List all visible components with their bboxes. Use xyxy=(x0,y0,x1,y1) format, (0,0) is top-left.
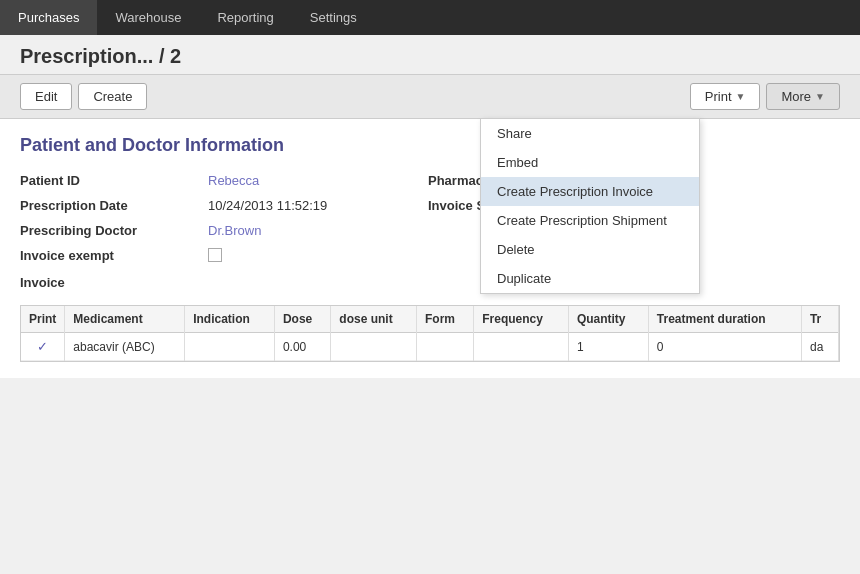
col-medicament: Medicament xyxy=(65,306,185,333)
col-indication: Indication xyxy=(185,306,275,333)
col-form: Form xyxy=(417,306,474,333)
patient-id-value[interactable]: Rebecca xyxy=(200,170,420,191)
dropdown-item-share[interactable]: Share xyxy=(481,119,699,148)
col-quantity: Quantity xyxy=(568,306,648,333)
row-print-check-icon: ✓ xyxy=(37,339,48,354)
row-dose-cell: 0.00 xyxy=(274,333,330,361)
dropdown-item-create-invoice[interactable]: Create Prescription Invoice xyxy=(481,177,699,206)
invoice-label: Invoice xyxy=(20,272,200,293)
col-print: Print xyxy=(21,306,65,333)
more-label: More xyxy=(781,89,811,104)
row-print-cell: ✓ xyxy=(21,333,65,361)
col-dose: Dose xyxy=(274,306,330,333)
prescribing-doctor-label: Prescribing Doctor xyxy=(20,220,200,241)
prescription-date-value: 10/24/2013 11:52:19 xyxy=(200,195,420,216)
main-content: Patient and Doctor Information Patient I… xyxy=(0,119,860,378)
row-medicament-cell: abacavir (ABC) xyxy=(65,333,185,361)
prescription-date-label: Prescription Date xyxy=(20,195,200,216)
dropdown-item-create-shipment[interactable]: Create Prescription Shipment xyxy=(481,206,699,235)
more-dropdown-menu: Share Embed Create Prescription Invoice … xyxy=(480,118,700,294)
medications-table: Print Medicament Indication Dose dose un… xyxy=(21,306,839,361)
medications-table-section: Print Medicament Indication Dose dose un… xyxy=(20,305,840,362)
col-dose-unit: dose unit xyxy=(331,306,417,333)
toolbar: Edit Create Print ▼ More ▼ Share Embed C… xyxy=(0,74,860,119)
row-dose-unit-cell xyxy=(331,333,417,361)
nav-settings[interactable]: Settings xyxy=(292,0,375,35)
col-tr: Tr xyxy=(801,306,838,333)
prescribing-doctor-value[interactable]: Dr.Brown xyxy=(200,220,420,241)
nav-reporting[interactable]: Reporting xyxy=(199,0,291,35)
breadcrumb: Prescription... / 2 xyxy=(20,45,181,68)
invoice-exempt-value xyxy=(200,245,420,268)
breadcrumb-bar: Prescription... / 2 xyxy=(0,35,860,74)
more-button[interactable]: More ▼ xyxy=(766,83,840,110)
invoice-value xyxy=(200,272,420,293)
row-form-cell xyxy=(417,333,474,361)
row-frequency-cell xyxy=(474,333,569,361)
row-treatment-duration-cell: 0 xyxy=(648,333,801,361)
print-button[interactable]: Print ▼ xyxy=(690,83,761,110)
dropdown-item-duplicate[interactable]: Duplicate xyxy=(481,264,699,293)
edit-button[interactable]: Edit xyxy=(20,83,72,110)
dropdown-item-delete[interactable]: Delete xyxy=(481,235,699,264)
invoice-exempt-checkbox[interactable] xyxy=(208,248,222,262)
table-header-row: Print Medicament Indication Dose dose un… xyxy=(21,306,839,333)
row-quantity-cell: 1 xyxy=(568,333,648,361)
row-indication-cell xyxy=(185,333,275,361)
nav-purchases[interactable]: Purchases xyxy=(0,0,97,35)
section-title: Patient and Doctor Information xyxy=(20,135,840,156)
col-frequency: Frequency xyxy=(474,306,569,333)
top-nav: Purchases Warehouse Reporting Settings xyxy=(0,0,860,35)
col-treatment-duration: Treatment duration xyxy=(648,306,801,333)
row-tr-cell: da xyxy=(801,333,838,361)
nav-warehouse[interactable]: Warehouse xyxy=(97,0,199,35)
info-grid: Patient ID Rebecca Pharmacy Prescription… xyxy=(20,170,840,293)
invoice-exempt-label: Invoice exempt xyxy=(20,245,200,268)
more-arrow-icon: ▼ xyxy=(815,91,825,102)
patient-id-label: Patient ID xyxy=(20,170,200,191)
table-row[interactable]: ✓ abacavir (ABC) 0.00 1 0 da xyxy=(21,333,839,361)
dropdown-item-embed[interactable]: Embed xyxy=(481,148,699,177)
create-button[interactable]: Create xyxy=(78,83,147,110)
print-label: Print xyxy=(705,89,732,104)
print-arrow-icon: ▼ xyxy=(736,91,746,102)
